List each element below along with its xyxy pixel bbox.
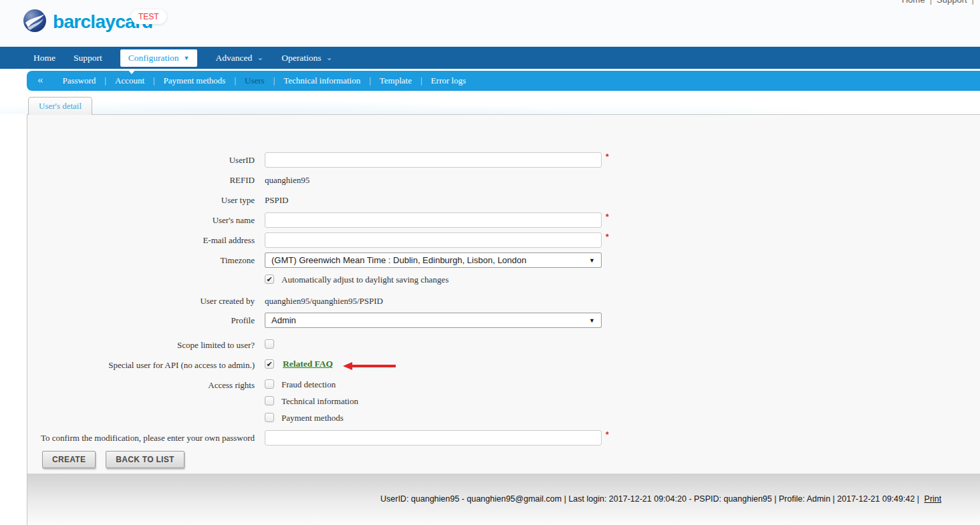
- collapse-chevrons-icon[interactable]: «: [37, 73, 43, 87]
- required-asterisk: *: [606, 212, 609, 222]
- users-name-input[interactable]: [265, 212, 602, 228]
- access-rights-label: Access rights: [27, 377, 255, 391]
- confirm-password-label: To confirm the modification, please ente…: [27, 430, 255, 444]
- fraud-detection-checkbox[interactable]: [265, 379, 274, 389]
- print-link[interactable]: Print: [925, 494, 942, 504]
- subnav-item-template[interactable]: Template: [371, 75, 420, 86]
- back-to-list-button[interactable]: BACK TO LIST: [106, 451, 184, 468]
- created-by-value: quanghien95/quanghien95/PSPID: [265, 293, 383, 307]
- payment-methods-label: Payment methods: [281, 411, 344, 423]
- main-navigation: Home Support Configuration ▼ Advanced ⌄ …: [0, 47, 980, 69]
- user-type-value: PSPID: [265, 192, 288, 206]
- subnav-item-account[interactable]: Account: [106, 75, 153, 86]
- session-info: UserID: quanghien95 - quanghien95@gmail.…: [27, 474, 980, 504]
- created-by-label: User created by: [27, 293, 255, 307]
- userid-label: UserID: [27, 152, 255, 166]
- chevron-down-icon: ⌄: [257, 55, 263, 60]
- related-faq-link[interactable]: Related FAQ: [283, 357, 333, 369]
- form-row-scope: Scope limited to user?: [27, 337, 274, 351]
- profile-label: Profile: [27, 313, 255, 326]
- top-link-separator: |: [930, 0, 932, 5]
- top-link-separator: |: [972, 0, 974, 5]
- payment-methods-checkbox[interactable]: [265, 413, 274, 422]
- profile-select[interactable]: Admin ▼: [265, 313, 602, 328]
- footer-bar: UserID: quanghien95 - quanghien95@gmail.…: [27, 474, 980, 525]
- required-asterisk: *: [606, 152, 609, 162]
- tab-users-detail[interactable]: User's detail: [28, 97, 92, 115]
- form-row-timezone: Timezone (GMT) Greenwich Mean Time : Dub…: [27, 252, 602, 268]
- form-actions: CREATE BACK TO LIST: [42, 451, 185, 468]
- required-asterisk: *: [606, 430, 609, 440]
- nav-item-label: Advanced: [215, 53, 252, 63]
- user-type-label: User type: [27, 192, 255, 206]
- subnav-item-password[interactable]: Password: [54, 75, 105, 86]
- userid-input[interactable]: [265, 152, 602, 168]
- top-link-support[interactable]: Support: [937, 0, 967, 5]
- technical-information-checkbox[interactable]: [265, 396, 274, 405]
- chevron-down-icon: ▼: [184, 55, 190, 61]
- timezone-select[interactable]: (GMT) Greenwich Mean Time : Dublin, Edin…: [265, 252, 602, 268]
- select-arrow-icon: ▼: [589, 317, 595, 324]
- form-row-access-rights: Access rights Fraud detection Technical …: [27, 377, 358, 423]
- form-row-confirm-password: To confirm the modification, please ente…: [27, 430, 609, 446]
- form-row-user-type: User type PSPID: [27, 192, 288, 206]
- api-user-label: Special user for API (no access to admin…: [27, 357, 255, 371]
- select-arrow-icon: ▼: [589, 257, 595, 264]
- confirm-password-input[interactable]: [265, 430, 602, 446]
- users-name-label: User's name: [27, 212, 255, 226]
- barclaycard-logo-icon: [23, 9, 47, 35]
- form-row-profile: Profile Admin ▼: [27, 313, 602, 328]
- chevron-down-icon: ⌄: [326, 55, 332, 60]
- content-panel: UserID * REFID quanghien95 User type PSP…: [27, 114, 980, 525]
- decorative-wave-band: [0, 91, 980, 114]
- email-label: E-mail address: [27, 232, 255, 246]
- nav-item-operations[interactable]: Operations ⌄: [281, 53, 332, 63]
- timezone-label: Timezone: [27, 252, 255, 266]
- nav-item-label: Home: [33, 53, 55, 63]
- create-button[interactable]: CREATE: [42, 451, 96, 468]
- form-row-created-by: User created by quanghien95/quanghien95/…: [27, 293, 383, 307]
- fraud-detection-label: Fraud detection: [281, 377, 336, 390]
- top-utility-links: Home|Support|: [902, 0, 979, 5]
- timezone-selected-value: (GMT) Greenwich Mean Time : Dublin, Edin…: [271, 255, 527, 265]
- top-bar: barclaycard TEST Home|Support|: [0, 0, 980, 47]
- profile-selected-value: Admin: [271, 315, 296, 325]
- nav-item-advanced[interactable]: Advanced ⌄: [215, 53, 263, 63]
- form-row-api-user: Special user for API (no access to admin…: [27, 357, 396, 371]
- form-row-daylight: ✔ Automatically adjust to daylight savin…: [27, 273, 449, 285]
- nav-item-label: Support: [74, 53, 102, 63]
- form-row-userid: UserID *: [27, 152, 609, 168]
- page: barclaycard TEST Home|Support| Home Supp…: [0, 0, 980, 525]
- top-link-home[interactable]: Home: [902, 0, 925, 5]
- empty-label: [27, 273, 255, 275]
- daylight-checkbox[interactable]: ✔: [265, 275, 274, 284]
- active-menu-pointer: [127, 69, 136, 74]
- subnav-item-payment-methods[interactable]: Payment methods: [155, 75, 235, 86]
- scope-checkbox[interactable]: [265, 339, 274, 349]
- form-row-refid: REFID quanghien95: [27, 172, 310, 186]
- checkmark-icon: ✔: [266, 276, 272, 283]
- form-row-email: E-mail address *: [27, 232, 609, 248]
- nav-item-label: Configuration: [128, 53, 179, 63]
- nav-item-label: Operations: [281, 53, 321, 63]
- api-user-checkbox[interactable]: ✔: [265, 359, 274, 369]
- form-row-users-name: User's name *: [27, 212, 609, 228]
- email-input[interactable]: [265, 232, 602, 248]
- nav-item-home[interactable]: Home: [33, 53, 55, 63]
- daylight-checkbox-label: Automatically adjust to daylight saving …: [281, 273, 449, 285]
- scope-label: Scope limited to user?: [27, 337, 255, 351]
- subnav-item-users[interactable]: Users: [236, 75, 273, 86]
- nav-item-configuration[interactable]: Configuration ▼: [120, 49, 198, 67]
- session-info-text: UserID: quanghien95 - quanghien95@gmail.…: [380, 494, 919, 504]
- refid-label: REFID: [27, 172, 255, 186]
- configuration-subnav: « Password | Account | Payment methods |…: [27, 71, 980, 91]
- checkmark-icon: ✔: [266, 361, 272, 368]
- refid-value: quanghien95: [265, 172, 310, 186]
- test-environment-badge: TEST: [131, 9, 166, 24]
- subnav-item-technical-information[interactable]: Technical information: [275, 75, 369, 86]
- user-detail-form: UserID * REFID quanghien95 User type PSP…: [27, 115, 980, 474]
- subnav-item-error-logs[interactable]: Error logs: [422, 75, 475, 86]
- required-asterisk: *: [606, 232, 609, 242]
- nav-item-support[interactable]: Support: [74, 53, 102, 63]
- technical-information-label: Technical information: [281, 394, 358, 407]
